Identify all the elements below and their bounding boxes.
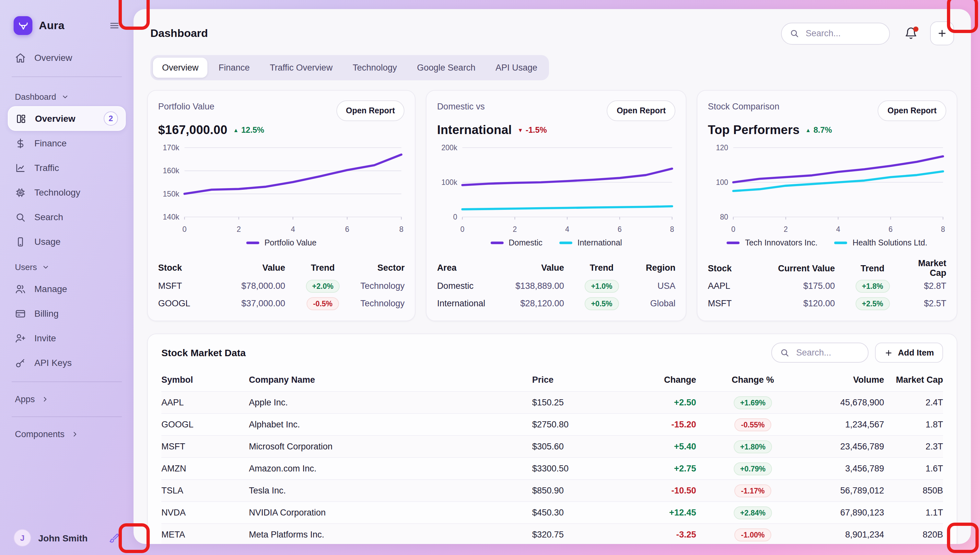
chart-legend: DomesticInternational xyxy=(437,238,676,247)
menu-icon[interactable] xyxy=(109,20,120,31)
table-row[interactable]: AAPL Apple Inc. $150.25 +2.50 +1.69% 45,… xyxy=(161,391,943,413)
cell-company: Meta Platforms Inc. xyxy=(249,530,532,539)
trend-pill: -1.17% xyxy=(735,484,771,497)
svg-text:2: 2 xyxy=(513,225,517,233)
tab-technology[interactable]: Technology xyxy=(344,58,406,78)
cell-change-pct: +0.79% xyxy=(696,462,809,475)
search-input[interactable] xyxy=(805,28,882,39)
sidebar-item-usage[interactable]: Usage xyxy=(8,229,126,254)
key-icon xyxy=(15,357,26,368)
cell-company: Microsoft Corporation xyxy=(249,442,532,451)
sidebar-item-finance[interactable]: Finance xyxy=(8,131,126,156)
phone-icon xyxy=(15,236,26,247)
grid-icon xyxy=(16,113,27,124)
trend-pill: +1.69% xyxy=(734,396,772,409)
trend-pill: +2.0% xyxy=(306,279,340,292)
card-table-row: Domestic$138,889.00+1.0%USA xyxy=(437,277,676,295)
sidebar-link-components[interactable]: Components xyxy=(8,423,126,445)
svg-text:100k: 100k xyxy=(442,178,458,186)
brush-icon[interactable] xyxy=(109,533,120,543)
card-table-row: MSFT$120.00+2.5%$2.5T xyxy=(708,295,946,312)
sidebar-item-label: Billing xyxy=(34,308,59,319)
column-header: Symbol xyxy=(161,375,249,384)
cell-market-cap: 1.6T xyxy=(884,464,943,473)
legend-item: Health Solutions Ltd. xyxy=(835,238,927,247)
sidebar-item-invite[interactable]: Invite xyxy=(8,326,126,350)
line-chart: 200k 100k 0 0 2 4 6 8 xyxy=(437,143,676,234)
cell-change: -3.25 xyxy=(636,530,696,539)
cell-volume: 67,890,123 xyxy=(809,508,884,517)
sidebar-header: Aura xyxy=(8,0,126,45)
sidebar-item-label: Search xyxy=(34,212,63,222)
sidebar-item-label: Invite xyxy=(34,333,56,343)
notifications-button[interactable] xyxy=(904,27,918,40)
stat-card-0: Portfolio Value Open Report $167,000.00 … xyxy=(147,90,416,321)
cell-symbol: AAPL xyxy=(161,398,249,407)
sidebar-item-search[interactable]: Search xyxy=(8,205,126,229)
cell-volume: 1,234,567 xyxy=(809,420,884,429)
table-row[interactable]: AMZN Amazon.com Inc. $3300.50 +2.75 +0.7… xyxy=(161,457,943,479)
table-row[interactable]: META Meta Platforms Inc. $320.75 -3.25 -… xyxy=(161,523,943,544)
card-delta: ▼-1.5% xyxy=(518,126,547,135)
sidebar-item-traffic[interactable]: Traffic xyxy=(8,156,126,180)
table-row[interactable]: TSLA Tesla Inc. $850.90 -10.50 -1.17% 56… xyxy=(161,479,943,501)
table-row[interactable]: NVDA NVIDIA Corporation $450.30 +12.45 +… xyxy=(161,501,943,523)
open-report-button[interactable]: Open Report xyxy=(336,100,404,121)
chip-icon xyxy=(15,187,26,198)
table-search xyxy=(772,343,869,363)
svg-text:8: 8 xyxy=(941,225,945,233)
cell-market-cap: 850B xyxy=(884,486,943,496)
section-label-dashboard[interactable]: Dashboard xyxy=(8,83,126,106)
trend-pill: +1.0% xyxy=(585,279,619,292)
svg-text:6: 6 xyxy=(345,225,349,233)
open-report-button[interactable]: Open Report xyxy=(607,100,675,121)
section-label-users[interactable]: Users xyxy=(8,254,126,276)
avatar: J xyxy=(14,529,31,547)
cell-market-cap: 2.4T xyxy=(884,398,943,407)
sidebar-item-manage[interactable]: Manage xyxy=(8,276,126,301)
chart-legend: Tech Innovators Inc.Health Solutions Ltd… xyxy=(708,238,946,247)
trend-pill: +0.5% xyxy=(585,297,619,310)
trend-pill: +2.5% xyxy=(855,297,890,310)
cell-change-pct: -0.55% xyxy=(696,418,809,431)
cell-change: +2.50 xyxy=(636,398,696,407)
tab-finance[interactable]: Finance xyxy=(210,58,259,78)
svg-text:0: 0 xyxy=(460,225,465,233)
tab-api-usage[interactable]: API Usage xyxy=(486,58,546,78)
cell-company: Alphabet Inc. xyxy=(249,420,532,429)
chart-legend: Portfolio Value xyxy=(158,238,405,247)
sidebar-badge: 2 xyxy=(104,111,118,126)
table-row[interactable]: MSFT Microsoft Corporation $305.60 +5.40… xyxy=(161,435,943,457)
tab-overview[interactable]: Overview xyxy=(153,58,208,78)
sidebar-link-apps[interactable]: Apps xyxy=(8,388,126,410)
card-table: AreaValueTrendRegion Domestic$138,889.00… xyxy=(437,258,676,312)
chev-down-icon xyxy=(42,263,50,271)
trend-pill: +2.84% xyxy=(734,506,772,519)
card-delta: ▲12.5% xyxy=(233,126,264,135)
sidebar-item-api-keys[interactable]: API Keys xyxy=(8,350,126,375)
table-search-input[interactable] xyxy=(795,347,861,358)
card-table-header: StockCurrent ValueTrendMarket Cap xyxy=(708,258,946,277)
cell-change-pct: -1.17% xyxy=(696,484,809,497)
sidebar-item-overview[interactable]: Overview xyxy=(8,45,126,70)
open-report-button[interactable]: Open Report xyxy=(878,100,946,121)
svg-text:0: 0 xyxy=(454,213,458,221)
table-row[interactable]: GOOGL Alphabet Inc. $2750.80 -15.20 -0.5… xyxy=(161,413,943,435)
card-table: StockCurrent ValueTrendMarket Cap AAPL$1… xyxy=(708,258,946,312)
chev-right-icon xyxy=(41,395,49,403)
tab-traffic-overview[interactable]: Traffic Overview xyxy=(261,58,342,78)
sidebar-item-billing[interactable]: Billing xyxy=(8,301,126,326)
trend-pill: +1.80% xyxy=(734,440,772,453)
sidebar-item-technology[interactable]: Technology xyxy=(8,180,126,205)
sidebar-user[interactable]: J John Smith xyxy=(8,529,126,547)
cell-volume: 23,456,789 xyxy=(809,442,884,451)
svg-text:8: 8 xyxy=(399,225,404,233)
tab-google-search[interactable]: Google Search xyxy=(408,58,484,78)
sidebar-top-nav: Overview xyxy=(8,45,126,70)
sidebar-item-overview[interactable]: Overview2 xyxy=(8,106,126,131)
add-item-button[interactable]: Add Item xyxy=(875,343,943,363)
trend-pill: +0.79% xyxy=(734,462,772,475)
card-value: Top Performers xyxy=(708,123,800,137)
column-header: Price xyxy=(532,375,636,384)
home-icon xyxy=(15,52,26,63)
